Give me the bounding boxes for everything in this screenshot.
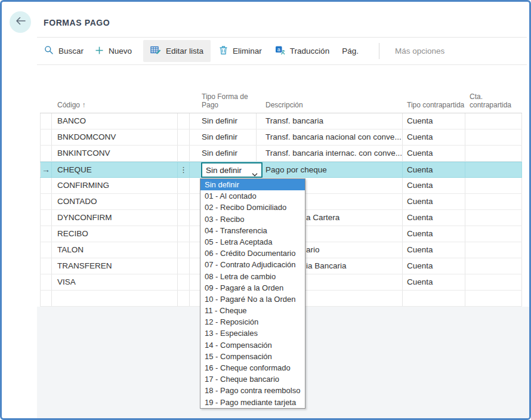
cell-codigo[interactable]: RECIBO	[52, 226, 178, 242]
cell-tipo-contrapartida[interactable]: Cuenta	[403, 210, 465, 226]
cell-tipo-contrapartida[interactable]: Cuenta	[403, 146, 465, 161]
cell-tipo-contrapartida[interactable]: Cuenta	[403, 162, 465, 177]
dropdown-item[interactable]: 14 - Compensación	[200, 339, 305, 351]
edit-list-label: Editar lista	[166, 47, 203, 55]
tipo-forma-pago-dropdown: Sin definir 01 - Al contado 02 - Recibo …	[200, 178, 305, 409]
more-options-button[interactable]: Más opciones	[395, 47, 444, 55]
trash-icon	[219, 45, 228, 57]
cell-cta-contrapartida[interactable]	[465, 178, 522, 193]
cell-cta-contrapartida[interactable]	[465, 210, 522, 226]
dropdown-item[interactable]: 17 - Cheque bancario	[200, 373, 305, 385]
dropdown-item[interactable]: 08 - Letra de cambio	[200, 271, 305, 282]
cell-descripcion[interactable]: Pago por cheque	[257, 162, 403, 177]
combobox-value: Sin definir	[206, 166, 242, 175]
table-row[interactable]: BNKINTCONV Sin definir Transf. bancaria …	[40, 146, 522, 162]
svg-text:a: a	[277, 47, 280, 52]
cell-tipo-contrapartida[interactable]: Cuenta	[403, 129, 465, 145]
cell-tipo-contrapartida[interactable]: Cuenta	[403, 274, 465, 290]
dropdown-item[interactable]: 02 - Recibo Domiciliado	[200, 202, 305, 213]
dropdown-item[interactable]: 16 - Cheque conformado	[200, 362, 305, 373]
search-button[interactable]: Buscar	[44, 45, 84, 57]
cell-descripcion[interactable]: Transf. bancaria internac. con conve...	[257, 146, 403, 161]
column-header-tipo-contrapartida[interactable]: Tipo contrapartida	[403, 101, 465, 113]
cell-codigo[interactable]: BNKDOMCONV	[52, 129, 178, 145]
cell-codigo[interactable]: VISA	[52, 274, 178, 290]
cell-codigo[interactable]: CHEQUE	[52, 162, 178, 177]
cell-cta-contrapartida[interactable]	[465, 258, 522, 274]
cell-codigo[interactable]: TRANSFEREN	[52, 258, 178, 274]
dropdown-item[interactable]: 12 - Reposición	[200, 316, 305, 328]
translation-label: Traducción	[290, 47, 329, 55]
page-menu-button[interactable]: Pág.	[342, 47, 359, 55]
toolbar: Buscar Nuevo Editar lista	[37, 37, 527, 65]
edit-list-icon	[150, 45, 161, 57]
cell-tipo-contrapartida[interactable]: Cuenta	[403, 242, 465, 258]
dropdown-item[interactable]: 06 - Crédito Documentario	[200, 248, 305, 259]
dropdown-item[interactable]: 18 - Pago contra reembolso	[200, 385, 305, 396]
dropdown-item[interactable]: 13 - Especiales	[200, 328, 305, 339]
dropdown-item[interactable]: 01 - Al contado	[200, 190, 305, 202]
cell-codigo[interactable]: CONFIRMING	[52, 178, 178, 193]
dropdown-item[interactable]: 15 - Compensación	[200, 351, 305, 362]
cell-codigo[interactable]: CONTADO	[52, 194, 178, 209]
column-header-tipo-forma-pago[interactable]: Tipo Forma de Pago	[190, 92, 257, 113]
dropdown-item[interactable]: 09 - Pagaré a la Orden	[200, 282, 305, 294]
edit-list-button[interactable]: Editar lista	[143, 40, 211, 62]
cell-tipo-contrapartida[interactable]: Cuenta	[403, 178, 465, 193]
cell-cta-contrapartida[interactable]	[465, 291, 522, 306]
cell-codigo[interactable]: BANCO	[52, 113, 178, 129]
cell-tipo-contrapartida[interactable]: Cuenta	[403, 226, 465, 242]
cell-cta-contrapartida[interactable]	[465, 129, 522, 145]
cell-cta-contrapartida[interactable]	[465, 226, 522, 242]
cell-tipo[interactable]: Sin definir	[190, 146, 257, 161]
back-button[interactable]	[10, 11, 31, 33]
row-menu-icon[interactable]: ⋮	[178, 162, 190, 177]
cell-tipo[interactable]: Sin definir	[190, 129, 257, 145]
cell-cta-contrapartida[interactable]	[465, 274, 522, 290]
cell-tipo-contrapartida[interactable]: Cuenta	[403, 194, 465, 209]
dropdown-item[interactable]: 19 - Pago mediante tarjeta	[200, 397, 305, 408]
cell-cta-contrapartida[interactable]	[465, 146, 522, 161]
table-row[interactable]: BANCO Sin definir Transf. bancaria Cuent…	[40, 113, 522, 129]
translation-icon: a	[275, 45, 285, 57]
cell-cta-contrapartida[interactable]	[465, 242, 522, 258]
dropdown-item[interactable]: Sin definir	[200, 179, 305, 190]
dropdown-item[interactable]: 07 - Contrato Adjudicación	[200, 259, 305, 270]
new-button[interactable]: Nuevo	[95, 46, 132, 57]
cell-cta-contrapartida[interactable]	[465, 194, 522, 209]
tipo-forma-pago-combobox[interactable]: Sin definir	[201, 162, 263, 178]
chevron-down-icon	[252, 169, 258, 178]
column-header-cta-contrapartida[interactable]: Cta. contrapartida	[465, 92, 522, 113]
translation-button[interactable]: a Traducción	[275, 45, 329, 57]
delete-label: Eliminar	[233, 47, 262, 55]
table-row-selected[interactable]: → CHEQUE ⋮ Pago por cheque Cuenta	[40, 162, 522, 178]
new-label: Nuevo	[109, 47, 132, 55]
plus-icon	[95, 46, 104, 57]
search-label: Buscar	[58, 47, 84, 55]
back-arrow-icon	[15, 17, 26, 27]
column-header-descripcion[interactable]: Descripción	[257, 101, 403, 113]
dropdown-item[interactable]: 03 - Recibo	[200, 214, 305, 225]
cell-descripcion[interactable]: Transf. bancaria nacional con conve...	[257, 129, 403, 145]
delete-button[interactable]: Eliminar	[219, 45, 262, 57]
table-row[interactable]: BNKDOMCONV Sin definir Transf. bancaria …	[40, 129, 522, 146]
dropdown-item[interactable]: 10 - Pagaré No a la Orden	[200, 294, 305, 305]
more-options-label: Más opciones	[395, 47, 444, 55]
cell-tipo[interactable]: Sin definir	[190, 113, 257, 129]
cell-tipo-contrapartida[interactable]: Cuenta	[403, 258, 465, 274]
dropdown-item[interactable]: 05 - Letra Aceptada	[200, 236, 305, 248]
cell-cta-contrapartida[interactable]	[465, 113, 522, 129]
cell-codigo[interactable]: TALON	[52, 242, 178, 258]
page-menu-label: Pág.	[342, 47, 359, 55]
cell-codigo[interactable]	[52, 291, 178, 306]
page-title: FORMAS PAGO	[44, 18, 110, 27]
cell-codigo[interactable]: BNKINTCONV	[52, 146, 178, 161]
dropdown-item[interactable]: 11 - Cheque	[200, 305, 305, 316]
dropdown-item[interactable]: 04 - Transferencia	[200, 225, 305, 236]
cell-tipo-contrapartida[interactable]	[403, 291, 465, 306]
column-header-codigo[interactable]: Código ↑	[52, 101, 178, 113]
cell-descripcion[interactable]: Transf. bancaria	[257, 113, 403, 129]
cell-cta-contrapartida[interactable]	[465, 162, 522, 177]
cell-tipo-contrapartida[interactable]: Cuenta	[403, 113, 465, 129]
cell-codigo[interactable]: DYNCONFIRM	[52, 210, 178, 226]
